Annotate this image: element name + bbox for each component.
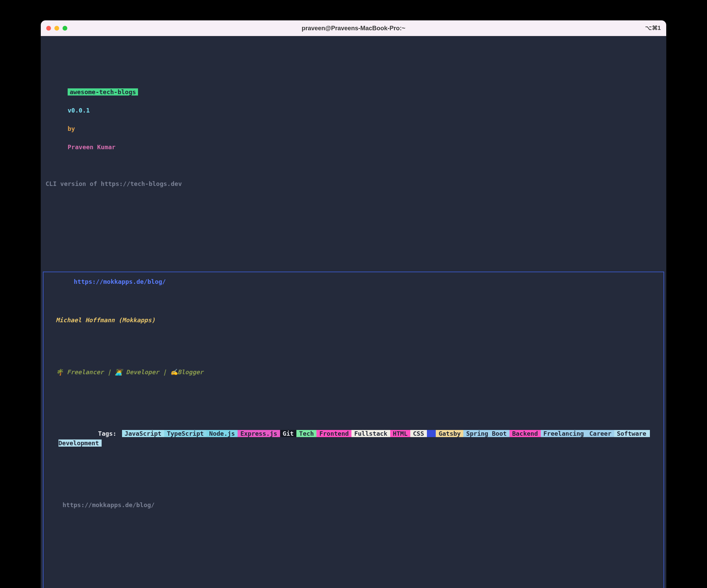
by-word: by: [68, 125, 75, 132]
blog-card-1: https://mokkapps.de/blog/ Michael Hoffma…: [43, 272, 664, 588]
terminal-body[interactable]: awesome-tech-blogs v0.0.1 by Praveen Kum…: [41, 36, 666, 588]
tag: Node.js: [206, 430, 238, 437]
tag: Frontend: [316, 430, 351, 437]
tag: Git: [280, 430, 297, 437]
blog-author-name: Michael Hoffmann (Mokkapps): [51, 315, 656, 325]
tag: Spring Boot: [463, 430, 509, 437]
app-badge: awesome-tech-blogs: [68, 88, 138, 96]
blog-url: https://mokkapps.de/blog/: [51, 500, 656, 509]
blog-tagline: 🌴 Freelancer | 👨‍💻 Developer | ✍️Blogger: [51, 367, 656, 377]
app-author: Praveen Kumar: [68, 143, 116, 151]
app-subtitle: CLI version of https://tech-blogs.dev: [42, 179, 665, 188]
tag: CSS: [410, 430, 427, 437]
app-version: v0.0.1: [68, 107, 90, 114]
tag: Tech: [296, 430, 316, 437]
terminal-window: praveen@Praveens-MacBook-Pro:~ ⌥⌘1 aweso…: [41, 20, 666, 588]
blog-tags-row: Tags:JavaScriptTypeScriptNode.jsExpress.…: [51, 419, 656, 457]
shortcut-hint: ⌥⌘1: [645, 24, 661, 33]
window-title: praveen@Praveens-MacBook-Pro:~: [41, 24, 666, 33]
tag: Backend: [510, 430, 541, 437]
card-legend-url: https://mokkapps.de/blog/: [72, 278, 168, 285]
tag: Career: [587, 430, 614, 437]
tag: Fullstack: [351, 430, 390, 437]
tags-label: Tags:: [95, 430, 119, 437]
tag: JavaScript: [122, 430, 164, 437]
tag: [427, 430, 436, 437]
tag: Gatsby: [436, 430, 463, 437]
tag: HTML: [390, 430, 410, 437]
tag: Express.js: [238, 430, 280, 437]
tag: Freelancing: [541, 430, 587, 437]
tag: TypeScript: [164, 430, 206, 437]
titlebar[interactable]: praveen@Praveens-MacBook-Pro:~ ⌥⌘1: [41, 20, 666, 36]
app-header: awesome-tech-blogs v0.0.1 by Praveen Kum…: [42, 78, 665, 161]
